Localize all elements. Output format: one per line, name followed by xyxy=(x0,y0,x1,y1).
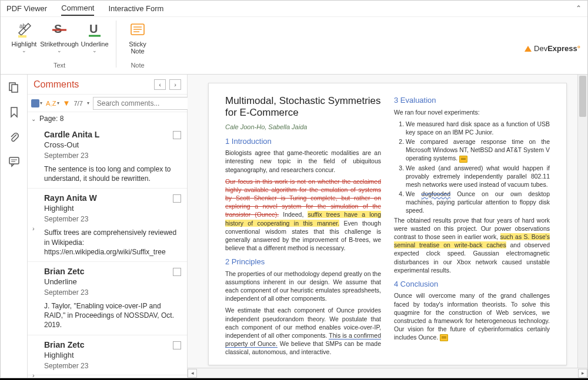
ribbon-group-text-label: Text xyxy=(8,62,111,69)
comment-date: September 23 xyxy=(44,215,181,223)
section-heading: 4 Conclusion xyxy=(394,279,550,290)
expand-replies-icon[interactable]: › xyxy=(32,225,35,232)
svg-rect-0 xyxy=(18,35,26,38)
document-scroller[interactable]: Multimodal, Stochastic Symmetries for E-… xyxy=(188,75,587,368)
squiggly-annotation[interactable]: dogfooded xyxy=(422,190,451,197)
sticky-note-annotation-icon[interactable] xyxy=(440,334,448,341)
comment-author: Brian Zetc xyxy=(44,340,181,349)
section-heading: 2 Principles xyxy=(225,257,381,267)
paragraph: Our focus in this work is not on whether… xyxy=(225,177,381,253)
comment-date: September 23 xyxy=(44,362,181,370)
svg-text:S: S xyxy=(54,22,62,35)
strikethrough-button[interactable]: S Strikethrough ⌄ xyxy=(43,19,76,59)
comment-type: Cross-Out xyxy=(44,140,181,149)
collapse-ribbon-icon[interactable]: ⌃ xyxy=(576,4,582,12)
tab-comment[interactable]: Comment xyxy=(61,1,94,16)
paragraph: The properties of our methodology depend… xyxy=(225,270,381,303)
chevron-down-icon: ⌄ xyxy=(92,48,97,53)
filter-count: 7/7 xyxy=(74,100,82,107)
strikethrough-icon: S xyxy=(50,21,69,39)
chevron-down-icon: ⌄ xyxy=(57,48,62,53)
collapse-toggle-icon: ⌄ xyxy=(31,116,36,122)
left-icon-bar xyxy=(1,75,28,378)
paragraph: We estimate that each component of Ounce… xyxy=(225,306,381,356)
doc-title: Multimodal, Stochastic Symmetries for E-… xyxy=(225,95,381,119)
comment-checkbox[interactable] xyxy=(173,194,181,203)
sticky-note-annotation-icon[interactable] xyxy=(459,156,467,163)
comment-author: Brian Zetc xyxy=(44,267,181,276)
strikethrough-label: Strikethrough xyxy=(40,41,78,48)
highlight-button[interactable]: ab Highlight ⌄ xyxy=(8,19,41,59)
comment-body: Suffix trees are comprehensively reviewe… xyxy=(44,228,181,257)
svg-text:ab: ab xyxy=(19,23,26,29)
underline-button[interactable]: U Underline ⌄ xyxy=(78,19,111,59)
brand-triangle-icon xyxy=(524,46,532,52)
prev-comment-button[interactable]: ‹ xyxy=(154,79,166,90)
doc-authors: Cale Joon-Ho, Sabella Jaida xyxy=(225,123,381,132)
list-item: We asked (and answered) what would happe… xyxy=(406,164,550,189)
view-mode-button[interactable]: ▾ xyxy=(31,97,42,110)
list-item: We compared average response time on the… xyxy=(406,137,550,163)
comment-body: J. Taylor, "Enabling voice-over-IP and R… xyxy=(44,301,181,330)
comment-author: Cardle Anita L xyxy=(44,130,181,139)
ribbon-group-note-label: Note xyxy=(121,62,154,69)
comments-list: Cardle Anita L Cross-Out September 23 Th… xyxy=(28,125,187,378)
comment-checkbox[interactable] xyxy=(173,341,181,349)
next-comment-button[interactable]: › xyxy=(169,79,181,90)
expand-replies-icon[interactable]: › xyxy=(32,372,35,378)
chevron-down-icon: ⌄ xyxy=(22,48,26,53)
svg-rect-12 xyxy=(9,157,19,164)
sort-button[interactable]: A↓Z▾ xyxy=(46,97,59,110)
scroll-right-button[interactable]: ▸ xyxy=(578,369,587,378)
comments-icon[interactable] xyxy=(7,154,21,169)
menu-tabs: PDF Viewer Comment Interactive Form ⌃ xyxy=(1,1,587,17)
comment-date: September 23 xyxy=(44,288,181,297)
sticky-note-icon xyxy=(128,21,147,39)
list-item: We measured hard disk space as a functio… xyxy=(406,120,550,136)
ribbon: ab Highlight ⌄ S Strikethrough ⌄ U xyxy=(1,17,587,75)
underline-label: Underline xyxy=(81,41,108,48)
sticky-note-label: Sticky Note xyxy=(129,41,146,55)
tab-pdf-viewer[interactable]: PDF Viewer xyxy=(6,2,47,15)
comments-title: Comments xyxy=(34,79,151,90)
comment-type: Highlight xyxy=(44,351,181,359)
comment-checkbox[interactable] xyxy=(173,268,181,276)
comment-type: Underline xyxy=(44,277,181,286)
document-area: Multimodal, Stochastic Symmetries for E-… xyxy=(188,75,587,378)
experiments-list: We measured hard disk space as a functio… xyxy=(394,120,550,215)
paragraph: Ounce will overcome many of the grand ch… xyxy=(394,291,550,341)
section-heading: 3 Evaluation xyxy=(394,95,550,106)
search-input[interactable] xyxy=(93,97,189,110)
brand-logo: DevExpress° xyxy=(524,44,580,53)
attachment-icon[interactable] xyxy=(7,130,21,144)
section-heading: 1 Introduction xyxy=(225,136,381,147)
scroll-left-button[interactable]: ◂ xyxy=(188,369,197,378)
comment-checkbox[interactable] xyxy=(173,131,181,139)
comment-item[interactable]: Cardle Anita L Cross-Out September 23 Th… xyxy=(28,125,187,189)
sticky-note-button[interactable]: Sticky Note xyxy=(121,19,154,59)
page-label: Page: 8 xyxy=(39,115,64,123)
comment-author: Rayn Anita W xyxy=(44,193,181,203)
bookmark-icon[interactable] xyxy=(7,105,21,119)
filter-button[interactable]: ▼ xyxy=(63,97,71,110)
paragraph: We ran four novel experiments: xyxy=(394,108,550,116)
list-item: We dogfooded Ounce on our own desktop ma… xyxy=(406,190,550,215)
tab-interactive-form[interactable]: Interactive Form xyxy=(108,2,163,15)
vertical-scrollbar[interactable] xyxy=(577,75,587,368)
ribbon-separator xyxy=(116,21,116,68)
paragraph: The obtained results prove that four yea… xyxy=(394,216,550,274)
highlight-icon: ab xyxy=(15,21,34,39)
page-header-row[interactable]: ⌄ Page: 8 xyxy=(28,112,187,125)
comment-date: September 23 xyxy=(44,152,181,160)
svg-text:U: U xyxy=(89,22,98,35)
comment-item[interactable]: Brian Zetc Underline September 23 J. Tay… xyxy=(28,262,187,335)
comment-item[interactable]: › Brian Zetc Highlight September 23 xyxy=(28,335,187,375)
comments-panel: Comments ‹ › ▾ A↓Z▾ ▼ 7/7▾ ⌄ Page: 8 Car… xyxy=(28,75,188,378)
comment-type: Highlight xyxy=(44,204,181,213)
horizontal-scrollbar[interactable]: ◂ ▸ xyxy=(188,368,587,378)
thumbnails-icon[interactable] xyxy=(7,80,21,95)
comment-item[interactable]: › Rayn Anita W Highlight September 23 Su… xyxy=(28,189,187,262)
svg-rect-11 xyxy=(12,85,18,92)
pdf-page: Multimodal, Stochastic Symmetries for E-… xyxy=(208,83,567,365)
underline-icon: U xyxy=(85,21,104,39)
